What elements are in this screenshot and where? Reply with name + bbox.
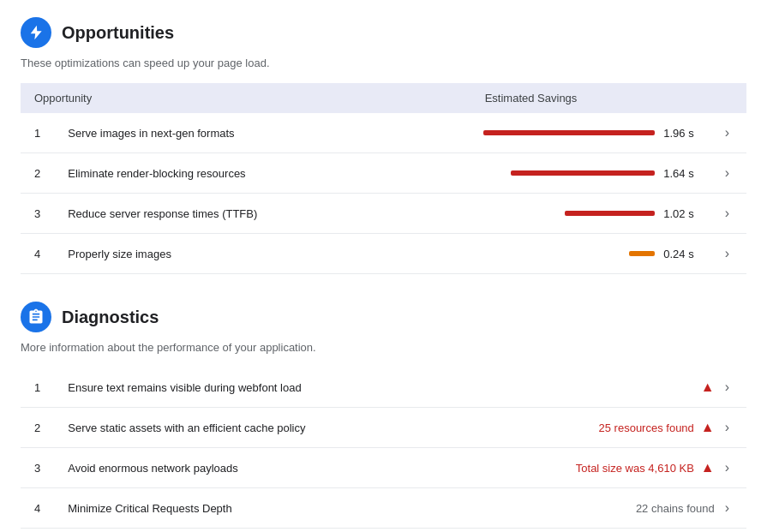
savings-bar (511, 170, 655, 176)
expand-cell[interactable]: › (708, 194, 746, 234)
opportunities-title: Opportunities (62, 23, 174, 43)
expand-button[interactable]: › (722, 244, 733, 263)
diag-right-cell: ▲ › (463, 368, 746, 408)
savings-cell-td: 0.24 s (354, 234, 707, 274)
diagnostics-subtitle: More information about the performance o… (21, 341, 746, 354)
row-number: 4 (21, 234, 54, 274)
diagnostics-row[interactable]: 3 Avoid enormous network payloads Total … (21, 448, 746, 488)
savings-bar (483, 130, 655, 135)
expand-button[interactable]: › (722, 164, 733, 182)
opportunity-row[interactable]: 3 Reduce server response times (TTFB) 1.… (21, 194, 746, 234)
savings-bar (629, 251, 655, 256)
expand-cell[interactable]: › (708, 113, 746, 153)
opportunity-name: Properly size images (54, 234, 354, 274)
expand-cell[interactable]: › (708, 153, 746, 194)
opportunity-name: Serve images in next-gen formats (54, 113, 354, 153)
row-number: 4 (21, 488, 54, 529)
expand-button[interactable]: › (722, 499, 733, 517)
opportunity-row[interactable]: 4 Properly size images 0.24 s › (21, 234, 746, 274)
row-number: 1 (21, 113, 54, 153)
diagnostics-svg-icon (27, 308, 45, 326)
opportunity-col-header: Opportunity (21, 83, 354, 113)
expand-button[interactable]: › (722, 204, 733, 223)
opportunities-icon (21, 17, 51, 48)
savings-value: 0.24 s (662, 248, 694, 260)
savings-value: 1.64 s (662, 167, 694, 180)
diagnostics-row[interactable]: 4 Minimize Critical Requests Depth 22 ch… (21, 488, 746, 529)
diagnostics-icon (21, 302, 51, 332)
expand-cell[interactable]: › (708, 234, 746, 274)
expand-button[interactable]: › (722, 378, 733, 397)
diagnostics-title: Diagnostics (62, 308, 159, 327)
opportunity-name: Reduce server response times (TTFB) (54, 194, 354, 234)
diagnostics-header: Diagnostics (21, 302, 746, 332)
bar-container (466, 170, 655, 176)
savings-cell-td: 1.64 s (354, 153, 707, 194)
savings-value: 1.96 s (662, 127, 694, 140)
bar-container (466, 251, 655, 256)
opportunities-header: Opportunities (21, 17, 746, 48)
diagnostics-row[interactable]: 1 Ensure text remains visible during web… (21, 368, 746, 408)
diag-value: 22 chains found (636, 502, 715, 515)
diagnostic-name: Serve static assets with an efficient ca… (54, 408, 462, 448)
diagnostics-table: 1 Ensure text remains visible during web… (21, 368, 746, 529)
diagnostic-name: Ensure text remains visible during webfo… (54, 368, 462, 408)
savings-value: 1.02 s (662, 207, 694, 220)
savings-cell-td: 1.02 s (354, 194, 707, 234)
diagnostic-name: Minimize Critical Requests Depth (54, 488, 462, 529)
opportunities-table-header-row: Opportunity Estimated Savings (21, 83, 746, 113)
row-number: 1 (21, 368, 54, 408)
warning-icon: ▲ (701, 420, 715, 435)
row-number: 2 (21, 153, 54, 194)
opportunities-subtitle: These optimizations can speed up your pa… (21, 57, 746, 69)
row-number: 3 (21, 194, 54, 234)
opportunity-name: Eliminate render-blocking resources (54, 153, 354, 194)
warning-icon: ▲ (701, 380, 715, 395)
diagnostic-name: Avoid enormous network payloads (54, 448, 462, 488)
bar-container (466, 211, 655, 216)
diag-right-cell: Total size was 4,610 KB ▲ › (463, 448, 746, 488)
expand-button[interactable]: › (722, 458, 733, 477)
diag-value: 25 resources found (599, 421, 694, 434)
expand-button[interactable]: › (722, 418, 733, 437)
bar-container (466, 130, 655, 135)
diag-right-cell: 25 resources found ▲ › (463, 408, 746, 448)
savings-bar (565, 211, 655, 216)
savings-col-header: Estimated Savings (354, 83, 707, 113)
opportunities-svg-icon (27, 24, 45, 41)
savings-cell-td: 1.96 s (354, 113, 707, 153)
diagnostics-section: Diagnostics More information about the p… (21, 302, 746, 529)
diag-right-cell: 22 chains found › (463, 488, 746, 529)
diagnostics-row[interactable]: 2 Serve static assets with an efficient … (21, 408, 746, 448)
opportunity-row[interactable]: 1 Serve images in next-gen formats 1.96 … (21, 113, 746, 153)
row-number: 3 (21, 448, 54, 488)
row-number: 2 (21, 408, 54, 448)
expand-col-header (708, 83, 746, 113)
opportunity-row[interactable]: 2 Eliminate render-blocking resources 1.… (21, 153, 746, 194)
diag-value: Total size was 4,610 KB (576, 462, 694, 475)
warning-icon: ▲ (701, 460, 715, 475)
opportunities-table: Opportunity Estimated Savings 1 Serve im… (21, 83, 746, 274)
expand-button[interactable]: › (722, 123, 733, 142)
